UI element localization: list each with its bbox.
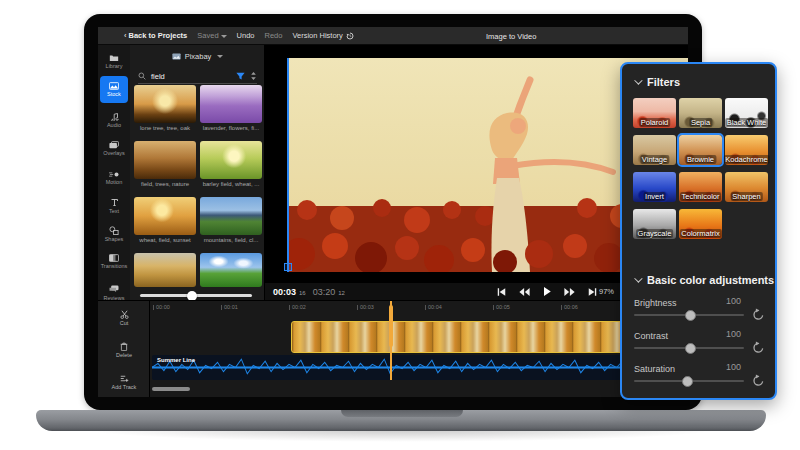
playhead[interactable]	[390, 301, 392, 380]
skip-start-button[interactable]	[497, 288, 506, 296]
filter-vintage[interactable]: Vintage	[633, 135, 676, 165]
reviews-chat-icon	[109, 285, 119, 294]
slider-handle[interactable]	[187, 291, 197, 301]
provider-dropdown[interactable]: Pixabay	[130, 49, 265, 63]
slider-handle[interactable]	[682, 376, 693, 387]
stock-thumbnail[interactable]	[134, 253, 196, 287]
stock-thumbnail[interactable]	[200, 197, 262, 235]
back-to-projects-button[interactable]: ‹Back to Projects	[124, 31, 187, 40]
total-frames: 12	[338, 290, 345, 296]
music-note-icon	[110, 112, 119, 121]
sidebar-item-motion[interactable]: Motion	[100, 164, 128, 191]
stock-thumbnail[interactable]	[134, 197, 196, 235]
chevron-down-icon	[217, 55, 223, 58]
sidebar-item-audio[interactable]: Audio	[100, 106, 128, 133]
sidebar-item-shapes[interactable]: Shapes	[100, 220, 128, 247]
image-to-video-button[interactable]: Image to Video	[486, 27, 536, 45]
filter-funnel-icon[interactable]	[236, 72, 245, 80]
app-window: ‹Back to Projects Saved Undo Redo Versio…	[98, 27, 688, 397]
filter-technicolor[interactable]: Technicolor	[679, 172, 722, 202]
current-frames: 16	[299, 290, 306, 296]
timeline: 00:00 00:01 00:02 00:03 00:04 00:05 00:0…	[150, 300, 688, 397]
transitions-icon	[109, 254, 119, 262]
rewind-button[interactable]	[519, 288, 530, 296]
top-toolbar: ‹Back to Projects Saved Undo Redo Versio…	[98, 27, 688, 45]
thumbnail-caption: lavender, flowers, fi...	[198, 125, 264, 131]
filter-sharpen[interactable]: Sharpen	[725, 172, 768, 202]
timeline-scrollbar[interactable]	[152, 387, 190, 391]
overlays-icon	[109, 141, 119, 149]
filter-polaroid[interactable]: Polaroid	[633, 98, 676, 128]
contrast-label: Contrast	[634, 331, 668, 341]
timeline-zoom-level[interactable]: 97%	[599, 287, 614, 296]
clip-selection-edge[interactable]	[287, 58, 289, 272]
search-bar[interactable]: field	[138, 69, 257, 84]
ruler-tick: 00:01	[224, 304, 238, 310]
slider-handle[interactable]	[685, 310, 696, 321]
filter-grayscale[interactable]: Grayscale	[633, 209, 676, 239]
filters-panel: Filters Polaroid Sepia Black White Vinta…	[620, 62, 777, 400]
stock-thumbnail[interactable]	[134, 85, 196, 123]
ruler-tick: 00:03	[360, 304, 374, 310]
delete-button[interactable]: Delete	[104, 337, 144, 363]
brightness-reset-icon[interactable]	[752, 308, 765, 321]
contrast-value: 100	[726, 329, 741, 339]
brightness-label: Brightness	[634, 298, 677, 308]
fast-forward-button[interactable]	[564, 288, 575, 296]
ruler-tick: 00:05	[496, 304, 510, 310]
sidebar-item-text[interactable]: Text	[100, 192, 128, 219]
chevron-down-icon	[221, 35, 227, 38]
version-history-button[interactable]: Version History	[292, 31, 353, 40]
play-button[interactable]	[543, 287, 551, 296]
search-input[interactable]: field	[151, 72, 165, 81]
playback-controls	[497, 287, 597, 296]
ruler-tick: 00:06	[564, 304, 578, 310]
filter-invert[interactable]: Invert	[633, 172, 676, 202]
selection-corner-handle[interactable]	[284, 263, 292, 271]
skip-end-button[interactable]	[588, 288, 597, 296]
stock-thumbnail[interactable]	[200, 141, 262, 179]
stock-media-panel: Pixabay field lone tree, tree, oak laven…	[130, 45, 265, 300]
folder-icon	[109, 54, 119, 62]
current-time: 00:03	[273, 287, 296, 297]
undo-button[interactable]: Undo	[237, 31, 255, 40]
sidebar-item-transitions[interactable]: Transitions	[100, 248, 128, 275]
sidebar-item-stock[interactable]: Stock	[100, 76, 128, 103]
filter-kodachrome[interactable]: Kodachrome	[725, 135, 768, 165]
audio-clip[interactable]: Summer Line	[152, 355, 688, 380]
timeline-tools-column: Cut Delete Add Track	[98, 300, 150, 397]
filter-colormatrix[interactable]: Colormatrix	[679, 209, 722, 239]
shapes-icon	[109, 226, 119, 235]
filter-brownie-selected[interactable]: Brownie	[679, 135, 722, 165]
search-icon	[138, 72, 146, 80]
saturation-slider[interactable]	[634, 380, 744, 382]
add-track-button[interactable]: Add Track	[104, 369, 144, 395]
trash-icon	[120, 342, 128, 351]
thumbnail-size-slider[interactable]	[140, 294, 252, 297]
filter-black-white[interactable]: Black White	[725, 98, 768, 128]
cut-button[interactable]: Cut	[104, 305, 144, 331]
slider-handle[interactable]	[685, 343, 696, 354]
left-sidebar: Library Stock Audio Overlays Motion Text	[98, 45, 130, 300]
saturation-reset-icon[interactable]	[752, 374, 765, 387]
thumbnail-caption: field, trees, nature	[132, 181, 198, 187]
contrast-slider[interactable]	[634, 347, 744, 349]
sidebar-item-overlays[interactable]: Overlays	[100, 135, 128, 162]
contrast-reset-icon[interactable]	[752, 341, 765, 354]
thumbnail-caption: wheat, field, sunset	[132, 237, 198, 243]
filters-section-header[interactable]: Filters	[634, 76, 680, 88]
stock-thumbnail[interactable]	[200, 253, 262, 287]
brightness-slider[interactable]	[634, 314, 744, 316]
laptop-base-notch	[341, 410, 463, 417]
audio-waveform	[152, 355, 688, 380]
saved-status[interactable]: Saved	[197, 31, 226, 40]
ruler-tick: 00:04	[428, 304, 442, 310]
total-time: 03:20	[313, 287, 336, 297]
filter-sepia[interactable]: Sepia	[679, 98, 722, 128]
stock-thumbnail[interactable]	[134, 141, 196, 179]
sort-icon[interactable]	[250, 72, 257, 80]
redo-button[interactable]: Redo	[265, 31, 283, 40]
adjustments-section-header[interactable]: Basic color adjustments	[634, 274, 774, 286]
sidebar-item-library[interactable]: Library	[100, 48, 128, 75]
stock-thumbnail[interactable]	[200, 85, 262, 123]
